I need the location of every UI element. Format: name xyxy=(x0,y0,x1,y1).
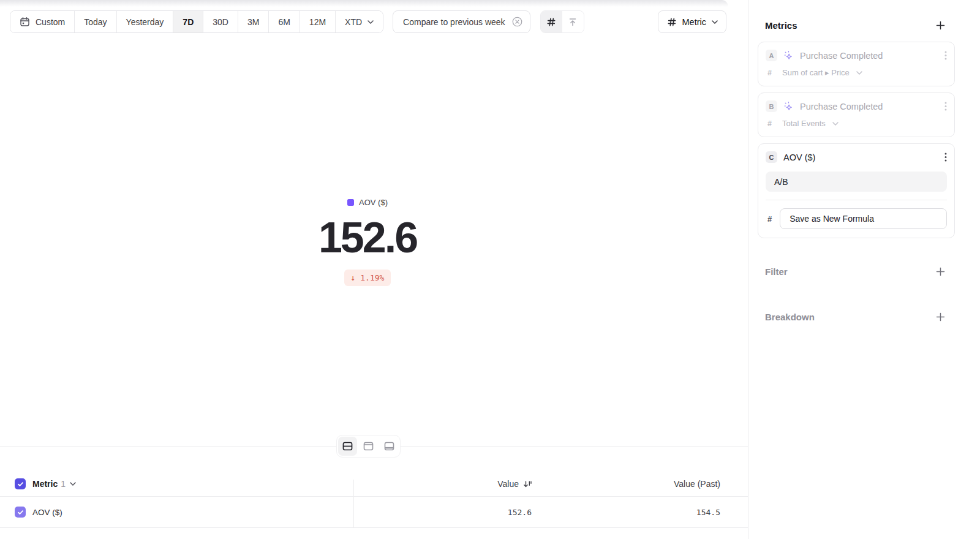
metric-aggregation-selector[interactable]: # Sum of cart ▸ Price xyxy=(766,68,947,77)
chevron-down-icon xyxy=(712,20,718,24)
save-as-new-formula-button[interactable]: Save as New Formula xyxy=(780,208,947,229)
metric-count: 1 xyxy=(61,479,66,489)
layout-table-only-button[interactable] xyxy=(380,437,399,456)
metric-letter-badge: A xyxy=(766,50,777,61)
layout-switcher xyxy=(336,435,401,458)
formula-card-c: C AOV ($) A/B # Save as New Formula xyxy=(758,143,955,238)
toolbar: Custom Today Yesterday 7D 30D 3M 6M 12M … xyxy=(10,10,726,33)
breakdown-title: Breakdown xyxy=(765,312,815,322)
hash-icon xyxy=(546,17,556,27)
arrow-up-from-line-icon xyxy=(568,17,578,27)
date-range-7d[interactable]: 7D xyxy=(173,11,203,32)
show-number-toggle[interactable] xyxy=(541,11,562,32)
add-metric-button[interactable] xyxy=(936,21,945,30)
chevron-down-icon xyxy=(856,71,862,75)
table-header-row: Metric 1 Value Value (Past) xyxy=(0,472,748,496)
value-column-header[interactable]: Value xyxy=(497,479,532,489)
formula-text: A/B xyxy=(774,177,788,187)
date-range-custom-label: Custom xyxy=(36,17,65,27)
row-metric-name: AOV ($) xyxy=(32,508,62,517)
metric-button-label: Metric xyxy=(682,17,706,27)
row-value: 152.6 xyxy=(508,508,532,517)
metric-event-name[interactable]: Purchase Completed xyxy=(800,102,883,111)
split-layout-icon xyxy=(342,440,353,452)
date-range-yesterday[interactable]: Yesterday xyxy=(117,11,174,32)
number-type-icon: # xyxy=(767,119,775,128)
value-display-toggle xyxy=(540,10,584,33)
metric-card-b: B Purchase Completed # Total Events xyxy=(758,92,955,137)
calendar-icon xyxy=(20,17,30,27)
metrics-title: Metrics xyxy=(765,20,797,31)
aggregation-label: Sum of cart ▸ Price xyxy=(782,68,850,77)
remove-compare-icon[interactable] xyxy=(511,16,523,28)
metrics-section-header: Metrics xyxy=(765,20,945,31)
hash-icon xyxy=(667,17,677,27)
row-value-past: 154.5 xyxy=(696,508,720,517)
metric-options-icon[interactable] xyxy=(944,51,947,60)
chevron-down-icon xyxy=(832,122,839,126)
compare-chip[interactable]: Compare to previous week xyxy=(393,10,530,33)
compare-chip-label: Compare to previous week xyxy=(403,17,505,27)
formula-options-icon[interactable] xyxy=(944,153,947,162)
event-sparkle-icon xyxy=(783,50,794,61)
chevron-down-icon xyxy=(368,20,374,24)
date-range-selector: Custom Today Yesterday 7D 30D 3M 6M 12M … xyxy=(10,10,383,33)
metric-card-a: A Purchase Completed # Sum of cart ▸ Pri… xyxy=(758,42,955,86)
main-panel: Custom Today Yesterday 7D 30D 3M 6M 12M … xyxy=(0,0,748,539)
kpi-change-badge: ↓ 1.19% xyxy=(344,270,391,286)
date-range-30d[interactable]: 30D xyxy=(203,11,238,32)
results-table: Metric 1 Value Value (Past) AOV ($) 152.… xyxy=(0,472,748,528)
card-divider xyxy=(766,200,947,200)
metric-options-icon[interactable] xyxy=(944,102,947,111)
metric-letter-badge: C xyxy=(766,151,777,163)
metric-column-header[interactable]: Metric xyxy=(32,479,58,489)
legend-swatch xyxy=(347,199,354,206)
chevron-down-icon[interactable] xyxy=(70,482,76,486)
chart-only-layout-icon xyxy=(363,440,374,452)
metric-cards: A Purchase Completed # Sum of cart ▸ Pri… xyxy=(748,42,980,238)
number-type-icon: # xyxy=(767,214,772,224)
metric-aggregation-selector[interactable]: # Total Events xyxy=(766,119,947,128)
show-lift-toggle[interactable] xyxy=(562,11,584,32)
top-shadow xyxy=(0,0,728,7)
formula-input[interactable]: A/B xyxy=(766,172,947,192)
table-row: AOV ($) 152.6 154.5 xyxy=(0,496,748,528)
date-range-12m[interactable]: 12M xyxy=(300,11,336,32)
date-range-custom[interactable]: Custom xyxy=(10,11,75,32)
select-all-checkbox[interactable] xyxy=(15,478,26,489)
sort-descending-icon xyxy=(523,480,532,488)
metric-dropdown-button[interactable]: Metric xyxy=(658,10,726,33)
row-checkbox[interactable] xyxy=(15,507,26,518)
metric-event-name[interactable]: Purchase Completed xyxy=(800,51,883,61)
date-range-6m[interactable]: 6M xyxy=(269,11,300,32)
query-builder-sidebar: Metrics A Purchase Completed xyxy=(748,0,980,539)
table-only-layout-icon xyxy=(383,440,395,452)
event-sparkle-icon xyxy=(783,101,794,111)
date-range-xtd[interactable]: XTD xyxy=(336,11,383,32)
aggregation-label: Total Events xyxy=(782,119,826,128)
formula-name[interactable]: AOV ($) xyxy=(783,153,815,162)
filter-title: Filter xyxy=(765,266,788,277)
chart-legend: AOV ($) xyxy=(347,198,388,207)
layout-split-button[interactable] xyxy=(338,437,357,456)
date-range-3m[interactable]: 3M xyxy=(238,11,269,32)
value-past-column-header[interactable]: Value (Past) xyxy=(674,479,720,489)
layout-chart-only-button[interactable] xyxy=(359,437,378,456)
breakdown-section-header: Breakdown xyxy=(765,312,945,322)
kpi-value: 152.6 xyxy=(0,216,735,259)
legend-label: AOV ($) xyxy=(359,198,388,207)
add-breakdown-button[interactable] xyxy=(936,312,945,322)
kpi-panel: AOV ($) 152.6 ↓ 1.19% xyxy=(0,197,735,286)
date-range-today[interactable]: Today xyxy=(75,11,116,32)
kpi-change-text: ↓ 1.19% xyxy=(351,273,385,282)
number-type-icon: # xyxy=(767,69,775,77)
filter-section-header: Filter xyxy=(765,266,945,277)
metric-letter-badge: B xyxy=(766,100,777,112)
add-filter-button[interactable] xyxy=(936,267,945,276)
